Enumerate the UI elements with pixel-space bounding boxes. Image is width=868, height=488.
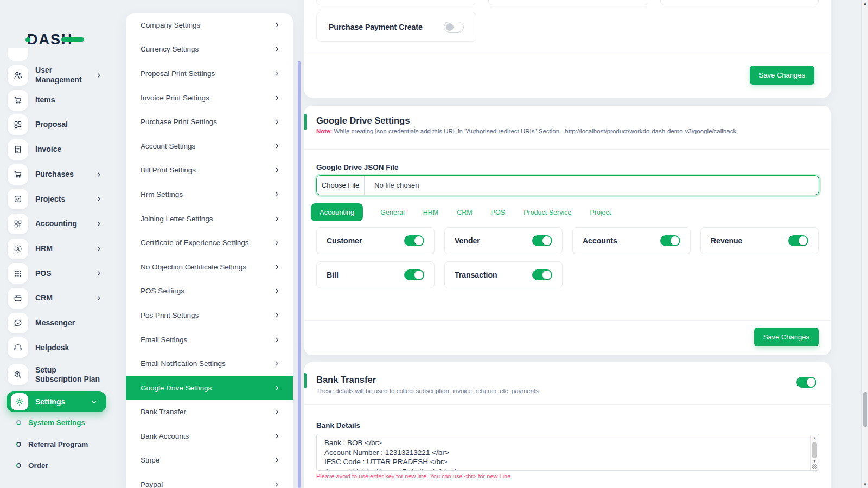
bank-transfer-card: Bank Transfer These details will be used…: [304, 362, 831, 488]
sidebar-item-items[interactable]: Items: [0, 88, 113, 113]
accounts-toggle[interactable]: [660, 235, 680, 246]
chevron-right-icon: [274, 46, 280, 52]
bullet-icon: [16, 463, 21, 468]
menu-item-stripe[interactable]: Stripe: [126, 448, 293, 473]
chevron-right-icon: [95, 270, 102, 277]
chevron-right-icon: [95, 221, 102, 227]
logo-green-dot: [25, 37, 30, 42]
bill-toggle-card: Bill: [316, 261, 435, 288]
tab-hrm[interactable]: HRM: [422, 204, 439, 221]
chevron-right-icon: [274, 385, 280, 391]
divider: [304, 149, 831, 150]
page-scrollbar[interactable]: ▲ ▼: [861, 0, 868, 488]
choose-file-button[interactable]: Choose File: [317, 176, 365, 195]
chevron-right-icon: [274, 481, 280, 487]
cart-icon: [8, 90, 28, 111]
menu-item-google-drive-settings[interactable]: Google Drive Settings: [126, 376, 293, 400]
purchase-payment-create-toggle[interactable]: [444, 22, 464, 33]
menu-item-account-settings[interactable]: Account Settings: [126, 134, 293, 158]
note-text: Note: While creating json credentials ad…: [316, 128, 736, 134]
menu-item-certificate-of-experience-settings[interactable]: Certificate of Experience Settings: [126, 230, 293, 255]
menu-item-joining-letter-settings[interactable]: Joining Letter Settings: [126, 207, 293, 231]
menu-item-email-settings[interactable]: Email Settings: [126, 328, 293, 352]
scroll-up-icon[interactable]: ▲: [862, 1, 868, 6]
chevron-right-icon: [274, 167, 280, 173]
file-status-text: No file chosen: [365, 176, 419, 195]
menu-item-pos-print-settings[interactable]: Pos Print Settings: [126, 303, 293, 328]
menu-item-hrm-settings[interactable]: Hrm Settings: [126, 182, 293, 207]
sidebar-item-invoice[interactable]: Invoice: [0, 137, 113, 162]
chevron-right-icon: [274, 143, 280, 149]
menu-item-purchase-print-settings[interactable]: Purchase Print Settings: [126, 110, 293, 134]
newline-warning-text: Pleave avoid to use enter key for new li…: [316, 473, 510, 479]
bank-details-textarea[interactable]: Bank : BOB </br> Account Number : 123132…: [316, 434, 819, 471]
sidebar-item-proposal[interactable]: Proposal: [0, 112, 113, 137]
textarea-scrollbar-thumb[interactable]: [812, 442, 817, 458]
transaction-toggle[interactable]: [532, 269, 552, 280]
chevron-right-icon: [274, 312, 280, 318]
sidebar-item-accounting[interactable]: Accounting: [0, 211, 113, 236]
sidebar-item-pos[interactable]: POS: [0, 261, 113, 286]
chevron-right-icon: [95, 196, 102, 202]
sidebar-item-settings[interactable]: Settings: [7, 391, 106, 412]
tab-general[interactable]: General: [379, 204, 405, 221]
save-changes-button[interactable]: Save Changes: [754, 328, 819, 346]
chevron-right-icon: [274, 119, 280, 125]
browser-card-icon: [8, 288, 28, 309]
cart-icon: [8, 164, 28, 185]
revenue-toggle[interactable]: [788, 235, 808, 246]
google-drive-json-file-input[interactable]: Choose File No file chosen: [316, 175, 819, 195]
resize-grip-icon[interactable]: [812, 464, 818, 469]
tab-accounting[interactable]: Accounting: [311, 203, 363, 221]
sidebar-item-projects[interactable]: Projects: [0, 187, 113, 211]
scroll-down-icon[interactable]: ▼: [811, 459, 818, 463]
bank-transfer-toggle[interactable]: [796, 377, 816, 388]
customer-toggle[interactable]: [404, 235, 424, 246]
document-icon: [8, 139, 28, 160]
sidebar-item-hrm[interactable]: HRM: [0, 236, 113, 261]
scroll-up-icon[interactable]: ▲: [811, 436, 818, 440]
tab-crm[interactable]: CRM: [456, 204, 473, 221]
sidebar-item-setup-subscription-plan[interactable]: Setup Subscription Plan: [0, 360, 113, 389]
menu-item-bank-transfer[interactable]: Bank Transfer: [126, 400, 293, 425]
page-scrollbar-thumb[interactable]: [863, 392, 867, 427]
module-tabs: Accounting General HRM CRM POS Product S…: [311, 203, 612, 221]
menu-item-company-settings[interactable]: Company Settings: [126, 13, 293, 37]
sidebar-item-helpdesk[interactable]: Helpdesk: [0, 336, 113, 361]
sidebar-item-crm[interactable]: CRM: [0, 286, 113, 311]
sidebar-subitem-referral-program[interactable]: Referral Program: [0, 434, 113, 455]
logo-green-dash: [61, 37, 84, 42]
menu-item-invoice-print-settings[interactable]: Invoice Print Settings: [126, 86, 293, 110]
chevron-right-icon: [274, 264, 280, 270]
menu-item-proposal-print-settings[interactable]: Proposal Print Settings: [126, 61, 293, 86]
sidebar-subitem-order[interactable]: Order: [0, 455, 113, 476]
sidebar-item-purchases[interactable]: Purchases: [0, 162, 113, 187]
chevron-right-icon: [95, 246, 102, 252]
menu-item-bank-accounts[interactable]: Bank Accounts: [126, 424, 293, 448]
menu-item-pos-settings[interactable]: POS Settings: [126, 279, 293, 304]
chevron-down-icon: [91, 399, 98, 406]
vender-toggle[interactable]: [532, 235, 552, 246]
sidebar-subitem-system-settings[interactable]: System Settings: [0, 412, 113, 433]
sidebar-item-messenger[interactable]: Messenger: [0, 311, 113, 336]
accent-bar: [304, 114, 307, 130]
menu-item-email-notification-settings[interactable]: Email Notification Settings: [126, 351, 293, 376]
bill-toggle[interactable]: [404, 269, 424, 280]
tab-product-service[interactable]: Product Service: [522, 204, 572, 221]
cutoff-setting-box: [488, 0, 648, 5]
google-drive-settings-card: Google Drive Settings Note: While creati…: [304, 106, 831, 355]
save-changes-button[interactable]: Save Changes: [750, 66, 814, 85]
tab-project[interactable]: Project: [589, 204, 612, 221]
sidebar-item-user-management[interactable]: User Management: [0, 63, 113, 88]
scroll-down-icon[interactable]: ▼: [862, 482, 868, 487]
tab-pos[interactable]: POS: [490, 204, 506, 221]
menu-item-bill-print-settings[interactable]: Bill Print Settings: [126, 158, 293, 183]
nine-dots-icon: [8, 263, 28, 284]
chevron-right-icon: [274, 216, 280, 222]
chevron-right-icon: [274, 433, 280, 439]
menu-item-currency-settings[interactable]: Currency Settings: [126, 37, 293, 62]
chevron-right-icon: [274, 457, 280, 463]
menu-item-paypal[interactable]: Paypal: [126, 472, 293, 488]
menu-item-no-objection-certificate-settings[interactable]: No Objection Certificate Settings: [126, 255, 293, 279]
settings-menu-scrollbar-thumb[interactable]: [298, 61, 301, 488]
